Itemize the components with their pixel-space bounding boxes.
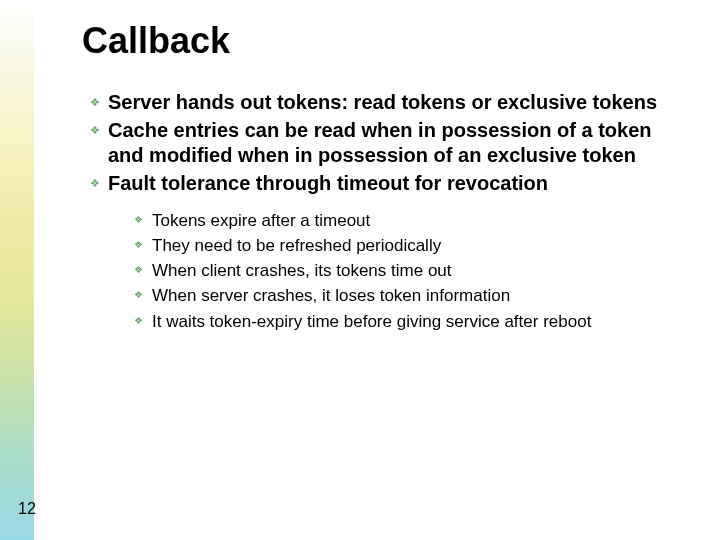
sub-bullet-list: ❖ Tokens expire after a timeout ❖ They n… [134, 210, 690, 332]
page-number: 12 [18, 500, 36, 518]
sub-bullet-item: ❖ Tokens expire after a timeout [134, 210, 690, 231]
sub-bullet-item: ❖ When client crashes, its tokens time o… [134, 260, 690, 281]
content-area: ❖ Server hands out tokens: read tokens o… [90, 90, 690, 336]
slide: Callback ❖ Server hands out tokens: read… [0, 0, 720, 540]
bullet-item: ❖ Server hands out tokens: read tokens o… [90, 90, 690, 114]
diamond-icon: ❖ [134, 264, 152, 275]
bullet-text: Fault tolerance through timeout for revo… [108, 171, 690, 195]
sub-bullet-text: Tokens expire after a timeout [152, 210, 690, 231]
diamond-icon: ❖ [134, 289, 152, 300]
bullet-item: ❖ Fault tolerance through timeout for re… [90, 171, 690, 195]
diamond-icon: ❖ [134, 214, 152, 225]
diamond-icon: ❖ [90, 177, 108, 190]
bullet-item: ❖ Cache entries can be read when in poss… [90, 118, 690, 167]
sub-bullet-text: When client crashes, its tokens time out [152, 260, 690, 281]
bullet-text: Server hands out tokens: read tokens or … [108, 90, 690, 114]
decorative-gradient-band [0, 0, 35, 540]
diamond-icon: ❖ [134, 239, 152, 250]
sub-bullet-text: They need to be refreshed periodically [152, 235, 690, 256]
slide-title: Callback [82, 20, 230, 62]
sub-bullet-text: When server crashes, it loses token info… [152, 285, 690, 306]
sub-bullet-item: ❖ It waits token-expiry time before givi… [134, 311, 690, 332]
sub-bullet-item: ❖ They need to be refreshed periodically [134, 235, 690, 256]
diamond-icon: ❖ [90, 96, 108, 109]
diamond-icon: ❖ [134, 315, 152, 326]
sub-bullet-text: It waits token-expiry time before giving… [152, 311, 690, 332]
bullet-text: Cache entries can be read when in posses… [108, 118, 690, 167]
sub-bullet-item: ❖ When server crashes, it loses token in… [134, 285, 690, 306]
diamond-icon: ❖ [90, 124, 108, 137]
